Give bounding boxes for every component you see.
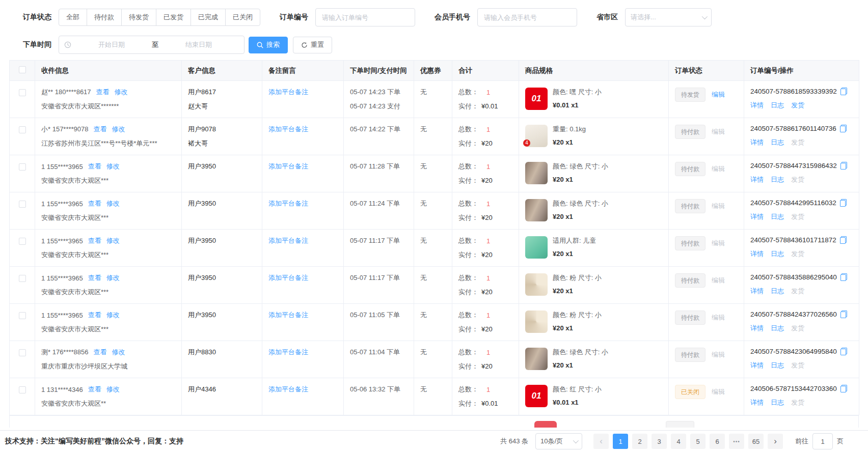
product-thumbnail[interactable]: 01: [525, 385, 548, 407]
copy-icon[interactable]: [840, 236, 847, 244]
search-button[interactable]: 搜索: [249, 37, 288, 53]
page-size-select[interactable]: 10条/页: [535, 433, 582, 449]
ship-link[interactable]: 发货: [791, 324, 804, 333]
add-platform-note-link[interactable]: 添加平台备注: [268, 125, 308, 133]
page-button-3[interactable]: 3: [652, 434, 667, 449]
product-thumbnail[interactable]: 4: [525, 125, 548, 147]
status-filter-pending-shipment[interactable]: 待发货: [121, 9, 156, 26]
row-checkbox[interactable]: [19, 349, 26, 356]
edit-order-link[interactable]: 编辑: [712, 239, 725, 248]
ship-link[interactable]: 发货: [791, 287, 804, 296]
status-filter-shipped[interactable]: 已发货: [156, 9, 191, 26]
modify-recipient-link[interactable]: 修改: [106, 310, 120, 320]
copy-icon[interactable]: [840, 310, 847, 318]
next-page-button[interactable]: ›: [768, 434, 783, 449]
row-checkbox[interactable]: [19, 275, 26, 282]
view-recipient-link[interactable]: 查看: [88, 385, 101, 394]
modify-recipient-link[interactable]: 修改: [106, 385, 120, 394]
ship-link[interactable]: 发货: [791, 361, 804, 370]
select-all-checkbox[interactable]: [19, 66, 26, 73]
end-date-placeholder[interactable]: 结束日期: [158, 40, 239, 49]
edit-order-link[interactable]: 编辑: [712, 313, 725, 322]
view-recipient-link[interactable]: 查看: [94, 125, 107, 134]
edit-order-link[interactable]: 编辑: [712, 202, 725, 211]
add-platform-note-link[interactable]: 添加平台备注: [268, 311, 308, 319]
edit-order-link[interactable]: 编辑: [712, 90, 725, 99]
page-button-65[interactable]: 65: [748, 434, 764, 449]
detail-link[interactable]: 详情: [750, 361, 764, 370]
row-checkbox[interactable]: [19, 238, 26, 245]
member-phone-input[interactable]: [477, 8, 577, 26]
detail-link[interactable]: 详情: [750, 138, 764, 147]
detail-link[interactable]: 详情: [750, 249, 764, 259]
modify-recipient-link[interactable]: 修改: [112, 348, 125, 357]
add-platform-note-link[interactable]: 添加平台备注: [268, 237, 308, 244]
status-filter-pending-payment[interactable]: 待付款: [87, 9, 122, 26]
ship-link[interactable]: 发货: [791, 138, 804, 147]
edit-order-link[interactable]: 编辑: [712, 164, 725, 174]
edit-order-link[interactable]: 编辑: [712, 276, 725, 285]
edit-order-link[interactable]: 编辑: [712, 387, 725, 397]
ship-link[interactable]: 发货: [791, 212, 804, 221]
view-recipient-link[interactable]: 查看: [94, 348, 107, 357]
add-platform-note-link[interactable]: 添加平台备注: [268, 162, 308, 170]
copy-icon[interactable]: [840, 88, 847, 95]
copy-icon[interactable]: [840, 385, 847, 392]
page-button-2[interactable]: 2: [632, 434, 647, 449]
detail-link[interactable]: 详情: [750, 324, 764, 333]
modify-recipient-link[interactable]: 修改: [115, 88, 128, 97]
copy-icon[interactable]: [840, 125, 847, 132]
modify-recipient-link[interactable]: 修改: [112, 125, 125, 134]
detail-link[interactable]: 详情: [750, 212, 764, 221]
product-thumbnail[interactable]: [525, 273, 548, 296]
product-thumbnail[interactable]: 01: [525, 88, 548, 110]
view-recipient-link[interactable]: 查看: [88, 273, 101, 282]
page-button-4[interactable]: 4: [671, 434, 686, 449]
log-link[interactable]: 日志: [771, 398, 784, 407]
product-thumbnail[interactable]: [525, 199, 548, 221]
region-select[interactable]: 请选择...: [625, 8, 712, 26]
add-platform-note-link[interactable]: 添加平台备注: [268, 200, 308, 207]
log-link[interactable]: 日志: [771, 287, 784, 296]
view-recipient-link[interactable]: 查看: [88, 310, 101, 320]
log-link[interactable]: 日志: [771, 361, 784, 370]
log-link[interactable]: 日志: [771, 212, 784, 221]
page-button-5[interactable]: 5: [690, 434, 706, 449]
add-platform-note-link[interactable]: 添加平台备注: [268, 274, 308, 281]
log-link[interactable]: 日志: [771, 101, 784, 110]
page-ellipsis[interactable]: •••: [729, 434, 744, 449]
start-date-placeholder[interactable]: 开始日期: [71, 40, 152, 49]
detail-link[interactable]: 详情: [750, 398, 764, 407]
view-recipient-link[interactable]: 查看: [88, 162, 101, 171]
detail-link[interactable]: 详情: [750, 287, 764, 296]
detail-link[interactable]: 详情: [750, 101, 764, 110]
log-link[interactable]: 日志: [771, 249, 784, 259]
row-checkbox[interactable]: [19, 89, 26, 96]
ship-link[interactable]: 发货: [791, 101, 804, 110]
copy-icon[interactable]: [840, 273, 847, 281]
order-no-input[interactable]: [315, 8, 415, 26]
row-checkbox[interactable]: [19, 312, 26, 319]
copy-icon[interactable]: [840, 162, 847, 170]
row-checkbox[interactable]: [19, 386, 26, 393]
ship-link[interactable]: 发货: [791, 398, 804, 407]
edit-order-link[interactable]: 编辑: [712, 127, 725, 136]
page-button-6[interactable]: 6: [710, 434, 725, 449]
detail-link[interactable]: 详情: [750, 175, 764, 184]
view-recipient-link[interactable]: 查看: [88, 236, 101, 245]
row-checkbox[interactable]: [19, 163, 26, 171]
order-time-range-picker[interactable]: 开始日期 至 结束日期: [59, 36, 245, 54]
ship-link[interactable]: 发货: [791, 175, 804, 184]
prev-page-button[interactable]: ‹: [593, 434, 609, 449]
add-platform-note-link[interactable]: 添加平台备注: [268, 88, 308, 96]
product-thumbnail[interactable]: [525, 162, 548, 184]
status-filter-closed[interactable]: 已关闭: [225, 9, 260, 26]
log-link[interactable]: 日志: [771, 324, 784, 333]
log-link[interactable]: 日志: [771, 175, 784, 184]
copy-icon[interactable]: [840, 348, 847, 355]
modify-recipient-link[interactable]: 修改: [106, 273, 120, 282]
ship-link[interactable]: 发货: [791, 249, 804, 259]
status-filter-all[interactable]: 全部: [59, 9, 87, 26]
product-thumbnail[interactable]: [525, 310, 548, 333]
product-thumbnail[interactable]: [525, 236, 548, 259]
